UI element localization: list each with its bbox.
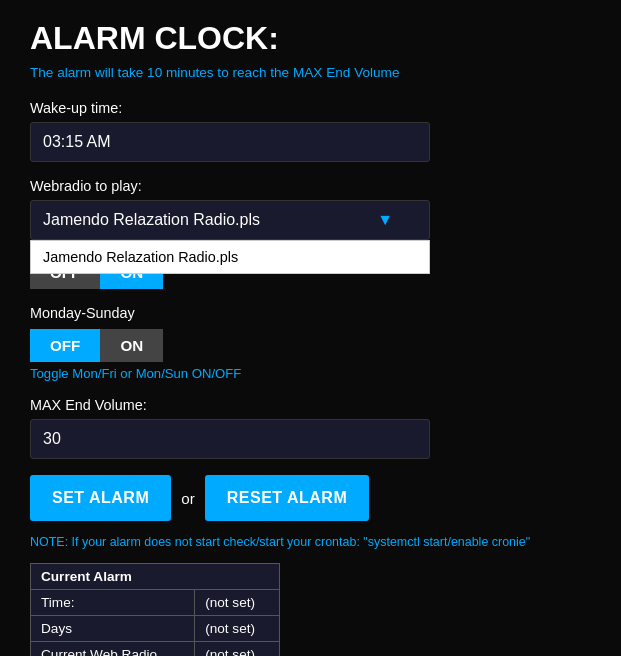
webradio-label: Webradio to play: bbox=[30, 178, 591, 194]
monday-sunday-label: Monday-Sunday bbox=[30, 305, 591, 321]
row-0-value: (not set) bbox=[195, 590, 280, 616]
note-text: NOTE: If your alarm does not start check… bbox=[30, 535, 591, 549]
day-on-button[interactable]: ON bbox=[100, 329, 163, 362]
or-text: or bbox=[181, 490, 195, 507]
day-toggle-group: OFF ON bbox=[30, 329, 591, 362]
wakeup-input[interactable] bbox=[30, 122, 430, 162]
page-title: ALARM CLOCK: bbox=[30, 20, 591, 57]
webradio-select[interactable]: Jamendo Relazation Radio.pls ▼ bbox=[30, 200, 430, 240]
row-1-value: (not set) bbox=[195, 616, 280, 642]
action-row: SET ALARM or RESET ALARM bbox=[30, 475, 591, 521]
subtitle-text: The alarm will take 10 minutes to reach … bbox=[30, 65, 591, 80]
row-2-value: (not set) bbox=[195, 642, 280, 657]
chevron-down-icon: ▼ bbox=[377, 211, 393, 229]
row-0-key: Time: bbox=[31, 590, 195, 616]
reset-alarm-button[interactable]: RESET ALARM bbox=[205, 475, 369, 521]
max-volume-input[interactable] bbox=[30, 419, 430, 459]
table-row: Time: (not set) bbox=[31, 590, 280, 616]
webradio-selected-value: Jamendo Relazation Radio.pls bbox=[43, 211, 260, 229]
wakeup-label: Wake-up time: bbox=[30, 100, 591, 116]
table-row: Current Web Radio (not set) bbox=[31, 642, 280, 657]
max-volume-label: MAX End Volume: bbox=[30, 397, 591, 413]
current-alarm-table: Current Alarm Time: (not set) Days (not … bbox=[30, 563, 280, 656]
dropdown-item-0[interactable]: Jamendo Relazation Radio.pls bbox=[31, 241, 429, 273]
table-row: Days (not set) bbox=[31, 616, 280, 642]
wakeup-section: Wake-up time: bbox=[30, 100, 591, 162]
row-2-key: Current Web Radio bbox=[31, 642, 195, 657]
monday-sunday-section: Monday-Sunday OFF ON Toggle Mon/Fri or M… bbox=[30, 305, 591, 381]
webradio-dropdown: Jamendo Relazation Radio.pls bbox=[30, 240, 430, 274]
set-alarm-button[interactable]: SET ALARM bbox=[30, 475, 171, 521]
current-alarm-header-row: Current Alarm bbox=[31, 564, 280, 590]
webradio-section: Webradio to play: Jamendo Relazation Rad… bbox=[30, 178, 591, 240]
webradio-select-wrapper: Jamendo Relazation Radio.pls ▼ Jamendo R… bbox=[30, 200, 430, 240]
current-alarm-header: Current Alarm bbox=[31, 564, 280, 590]
max-volume-section: MAX End Volume: bbox=[30, 397, 591, 459]
day-off-button[interactable]: OFF bbox=[30, 329, 100, 362]
toggle-link-text[interactable]: Toggle Mon/Fri or Mon/Sun ON/OFF bbox=[30, 366, 591, 381]
row-1-key: Days bbox=[31, 616, 195, 642]
